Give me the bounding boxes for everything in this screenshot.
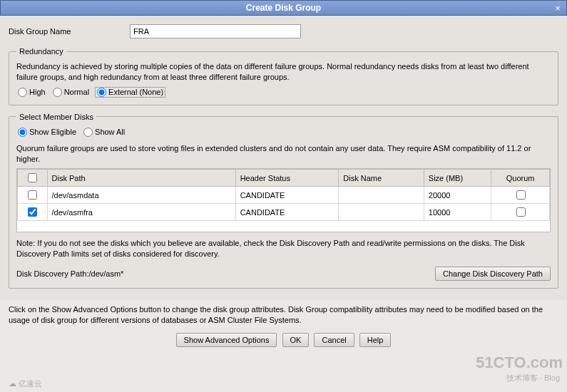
show-eligible[interactable]: Show Eligible (16, 127, 78, 138)
cell-disk-path: /dev/asmfra (47, 204, 235, 221)
cell-disk-name (339, 187, 424, 204)
col-size[interactable]: Size (MB) (424, 170, 491, 187)
disk-table-wrap: Disk Path Header Status Disk Name Size (… (16, 168, 551, 232)
disk-filter-row: Show Eligible Show All (16, 127, 551, 138)
table-row[interactable]: /dev/asmfra CANDIDATE 10000 (18, 204, 550, 221)
redundancy-normal[interactable]: Normal (51, 87, 91, 98)
watermark-sub: 技术博客 · Blog (506, 373, 560, 383)
watermark-main: 51CTO.com (476, 354, 563, 372)
titlebar: Create Disk Group × (0, 0, 567, 16)
row-checkbox[interactable] (28, 190, 37, 200)
redundancy-external[interactable]: External (None) (95, 87, 165, 98)
col-header-status[interactable]: Header Status (235, 170, 339, 187)
redundancy-normal-radio[interactable] (53, 88, 62, 97)
discovery-path-label: Disk Discovery Path: (16, 269, 88, 278)
redundancy-group: Redundancy Redundancy is achieved by sto… (9, 47, 558, 105)
change-discovery-path-button[interactable]: Change Disk Discovery Path (435, 267, 551, 281)
cell-disk-name (339, 204, 424, 221)
discovery-note: Note: If you do not see the disks which … (16, 238, 551, 259)
redundancy-high-radio[interactable] (18, 88, 27, 97)
select-all-checkbox[interactable] (28, 173, 37, 182)
redundancy-legend: Redundancy (16, 47, 66, 56)
col-disk-path[interactable]: Disk Path (47, 170, 235, 187)
col-quorum[interactable]: Quorum (491, 170, 550, 187)
row-checkbox[interactable] (28, 207, 37, 217)
redundancy-desc: Redundancy is achieved by storing multip… (16, 61, 551, 83)
cancel-button[interactable]: Cancel (314, 333, 354, 347)
show-all-radio[interactable] (83, 128, 93, 137)
show-eligible-radio[interactable] (18, 128, 27, 137)
ok-button[interactable]: OK (282, 333, 310, 347)
col-select-all[interactable] (18, 170, 48, 187)
show-all-label: Show All (95, 128, 125, 136)
cell-header-status: CANDIDATE (235, 187, 339, 204)
redundancy-high[interactable]: High (16, 87, 47, 98)
disk-group-name-input[interactable] (130, 24, 301, 38)
member-disks-legend: Select Member Disks (16, 113, 96, 121)
cell-disk-path: /dev/asmdata (47, 187, 235, 204)
help-button[interactable]: Help (359, 333, 392, 347)
watermark-left: ☁ 亿速云 (9, 378, 42, 389)
footer-note: Click on the Show Advanced Options butto… (0, 300, 567, 329)
redundancy-external-label: External (None) (108, 88, 163, 96)
window-title: Create Disk Group (246, 3, 321, 13)
redundancy-external-radio[interactable] (97, 88, 106, 97)
cell-size: 10000 (424, 204, 491, 221)
discovery-path-row: Disk Discovery Path:/dev/asm* Change Dis… (16, 267, 551, 281)
discovery-path-text: Disk Discovery Path:/dev/asm* (16, 269, 123, 278)
cell-header-status: CANDIDATE (235, 204, 339, 221)
dialog-content: Disk Group Name Redundancy Redundancy is… (0, 16, 567, 300)
redundancy-normal-label: Normal (64, 88, 89, 96)
table-row[interactable]: /dev/asmdata CANDIDATE 20000 (18, 187, 550, 204)
disk-group-name-row: Disk Group Name (9, 24, 558, 38)
redundancy-high-label: High (29, 88, 46, 96)
member-disks-group: Select Member Disks Show Eligible Show A… (9, 113, 558, 289)
show-all[interactable]: Show All (82, 127, 126, 138)
disk-group-name-label: Disk Group Name (9, 27, 130, 36)
redundancy-options: High Normal External (None) (16, 87, 551, 98)
close-icon[interactable]: × (552, 3, 563, 14)
button-bar: Show Advanced Options OK Cancel Help (0, 329, 567, 353)
discovery-path-value: /dev/asm* (88, 269, 123, 278)
quorum-checkbox[interactable] (516, 190, 526, 200)
disk-table: Disk Path Header Status Disk Name Size (… (17, 169, 550, 221)
col-disk-name[interactable]: Disk Name (339, 170, 424, 187)
show-advanced-options-button[interactable]: Show Advanced Options (176, 333, 277, 347)
quorum-checkbox[interactable] (516, 207, 526, 217)
cell-size: 20000 (424, 187, 491, 204)
quorum-desc: Quorum failure groups are used to store … (16, 143, 551, 165)
show-eligible-label: Show Eligible (29, 128, 76, 136)
